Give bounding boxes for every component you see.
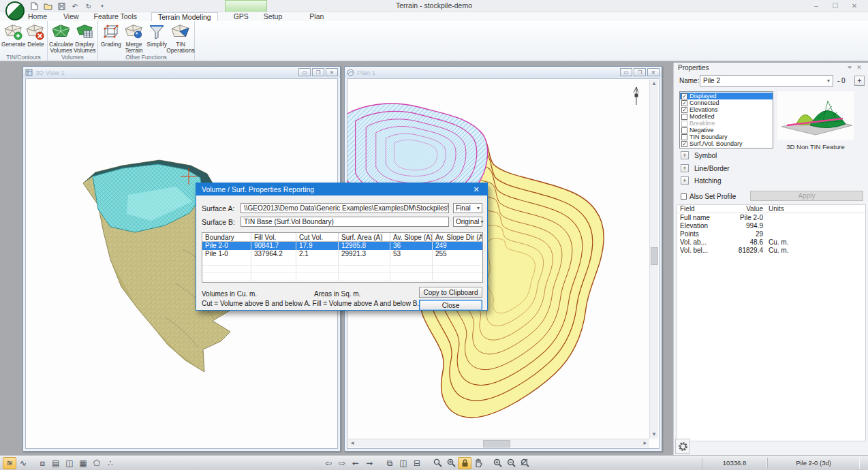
expand-icon[interactable]: +: [681, 164, 689, 172]
table-row[interactable]: Pile 2-0 90841.7 17.9 12985.8 36 249: [202, 242, 482, 250]
also-set-profile-checkbox[interactable]: Also Set Profile: [681, 193, 736, 200]
table-row[interactable]: Pile 1-0 337964.2 2.1 29921.3 53 255: [202, 250, 482, 258]
option-displayed[interactable]: ✓Displayed: [680, 93, 773, 99]
tab-plan[interactable]: Plan: [303, 12, 330, 21]
calculate-volumes-button[interactable]: Calculate Volumes: [49, 22, 73, 54]
dialog-close-icon[interactable]: ✕: [471, 185, 482, 194]
surface-b-mode-select[interactable]: Original▾: [453, 217, 482, 227]
plan-vscroll-thumb[interactable]: [651, 247, 658, 265]
app-logo-icon[interactable]: [5, 1, 25, 20]
polygon-select-icon[interactable]: ⬠: [90, 457, 104, 469]
expand-icon[interactable]: +: [681, 151, 689, 159]
surface-a-mode-select[interactable]: Final▾: [453, 203, 482, 213]
plan-window-icon: [347, 69, 354, 76]
settings-gear-button[interactable]: [675, 439, 690, 454]
delete-button[interactable]: Delete: [25, 22, 46, 54]
zoom-out-icon[interactable]: [504, 457, 518, 469]
field-row[interactable]: Vol. ab... 48.6 Cu. m.: [677, 238, 865, 246]
surface-a-input[interactable]: \\GEO2013\Demo Data\Generic Examples\Exa…: [241, 203, 449, 213]
scroll-up-icon[interactable]: ▲: [650, 80, 658, 88]
simplify-button[interactable]: Simplify: [145, 22, 168, 54]
volumes-table[interactable]: Boundary Fill Vol. Cut Vol. Surf. Area (…: [202, 232, 483, 283]
plan-minimize-button[interactable]: ▭: [620, 68, 632, 76]
surface-b-label: Surface B:: [202, 218, 235, 226]
3d-view-restore-button[interactable]: ❐: [312, 68, 324, 76]
generate-button[interactable]: Generate: [1, 22, 25, 54]
zoom-window-icon[interactable]: [431, 457, 444, 469]
section-symbol[interactable]: + Symbol: [681, 151, 717, 159]
zoom-lock-icon[interactable]: [458, 457, 471, 469]
tab-terrain-modeling[interactable]: Terrain Modeling: [151, 12, 218, 21]
gear-icon: [678, 441, 688, 452]
scroll-left-icon[interactable]: ◄: [348, 439, 356, 448]
plan-hscroll-thumb[interactable]: [483, 440, 510, 448]
copy-to-clipboard-button[interactable]: Copy to Clipboard: [419, 287, 482, 298]
forward-icon[interactable]: ⇨: [335, 457, 349, 469]
feature-name-select[interactable]: Pile 2 ▾: [700, 75, 833, 87]
tile-horizontal-icon[interactable]: ⊟: [410, 457, 424, 469]
tab-view[interactable]: View: [57, 12, 85, 21]
scroll-right-icon[interactable]: ►: [641, 439, 649, 448]
plan-titlebar[interactable]: Plan 1 ▭ ❐ ✕: [345, 67, 662, 78]
option-modelled[interactable]: Modelled: [680, 113, 773, 120]
view-next-icon[interactable]: ⇝: [362, 457, 376, 469]
tile-vertical-icon[interactable]: ◫: [397, 457, 410, 469]
contour-lines-icon[interactable]: ≋: [3, 457, 16, 469]
field-row[interactable]: Full name Pile 2-0: [677, 213, 865, 221]
option-connected[interactable]: ✓Connected: [680, 99, 773, 106]
option-surf-vol-boundary[interactable]: ✓Surf./Vol. Boundary: [680, 140, 773, 147]
3d-view-minimize-button[interactable]: ▭: [298, 68, 311, 76]
maximize-button[interactable]: ☐: [826, 0, 845, 12]
cascade-windows-icon[interactable]: ⧉: [383, 457, 397, 469]
3d-view-window-icon: [25, 69, 33, 76]
expand-icon[interactable]: +: [681, 176, 689, 185]
plan-close-button[interactable]: ✕: [647, 68, 660, 76]
section-hatching[interactable]: + Hatching: [681, 176, 721, 185]
dialog-titlebar[interactable]: Volume / Surf. Properties Reporting ✕: [196, 183, 487, 195]
minimize-button[interactable]: –: [807, 0, 826, 12]
close-dialog-button[interactable]: Close: [419, 300, 482, 311]
merge-terrain-button[interactable]: Merge Terrain: [123, 22, 146, 54]
option-negative[interactable]: Negative: [680, 127, 773, 134]
tab-gps[interactable]: GPS: [228, 12, 255, 21]
field-row[interactable]: Points 29: [677, 230, 865, 238]
image-icon[interactable]: ▤: [49, 457, 63, 469]
tin-operations-button[interactable]: TIN Operations: [168, 22, 193, 54]
field-row[interactable]: Vol. bel... 81829.4 Cu. m.: [677, 246, 865, 254]
plan-restore-button[interactable]: ❐: [634, 68, 646, 76]
profile-polyline-icon[interactable]: ∿: [16, 457, 30, 469]
zoom-off-icon[interactable]: [518, 457, 531, 469]
back-icon[interactable]: ⇦: [322, 457, 335, 469]
surface-b-input[interactable]: TIN Base (Surf.Vol Boundary): [241, 217, 449, 227]
zoom-in-icon[interactable]: [491, 457, 504, 469]
scroll-down-icon[interactable]: ▼: [650, 430, 658, 439]
plan-vertical-scrollbar[interactable]: ▲ ▼: [649, 80, 658, 439]
apply-button[interactable]: Apply: [750, 191, 863, 201]
dialog-title: Volume / Surf. Properties Reporting: [202, 185, 471, 193]
zoom-dynamic-icon[interactable]: [444, 457, 458, 469]
section-line-border[interactable]: + Line/Border: [681, 164, 730, 172]
plan-horizontal-scrollbar[interactable]: ◄ ►: [348, 439, 649, 448]
close-panel-icon[interactable]: ✕: [854, 64, 864, 71]
field-row[interactable]: Elevation 994.9: [677, 221, 865, 230]
pin-icon[interactable]: ⏷: [845, 64, 854, 72]
option-elevations[interactable]: ✓Elevations: [680, 106, 773, 113]
3d-view-titlebar[interactable]: 3D View 1 ▭ ❐ ✕: [23, 67, 340, 78]
tab-feature-tools[interactable]: Feature Tools: [88, 12, 143, 21]
display-volumes-button[interactable]: Display Volumes: [73, 22, 96, 54]
pan-hand-icon[interactable]: [471, 457, 485, 469]
3d-view-close-button[interactable]: ✕: [326, 68, 338, 76]
points-icon[interactable]: ∴: [104, 457, 117, 469]
option-tin-boundary[interactable]: TIN Boundary: [680, 134, 773, 140]
tab-setup[interactable]: Setup: [258, 12, 288, 21]
split-panels-icon[interactable]: ◫: [63, 457, 76, 469]
tab-home[interactable]: Home: [22, 12, 53, 21]
window-title: Terrain - stockpile-demo: [0, 1, 868, 10]
view-previous-icon[interactable]: ⇜: [349, 457, 362, 469]
close-button[interactable]: ✕: [845, 0, 864, 12]
fields-table: Field Value Units Full name Pile 2-0 Ele…: [677, 204, 866, 441]
grading-button[interactable]: Grading: [99, 22, 123, 54]
add-feature-button[interactable]: +: [854, 76, 865, 86]
grid-icon[interactable]: ▦: [76, 457, 90, 469]
cube-3d-icon[interactable]: ⧈: [35, 457, 49, 469]
